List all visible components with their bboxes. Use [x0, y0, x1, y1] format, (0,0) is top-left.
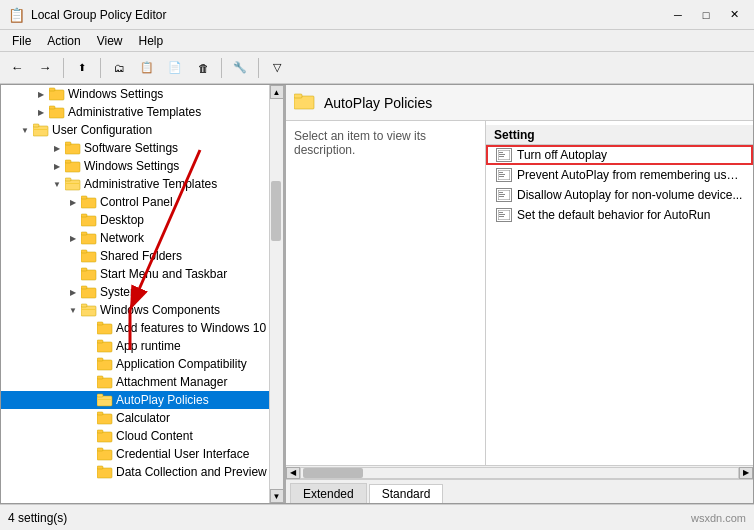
tree-item-win-settings-1[interactable]: ▶ Windows Settings: [1, 85, 283, 103]
svg-rect-22: [81, 270, 96, 280]
svg-rect-43: [97, 430, 103, 433]
tree-expander-win-settings-2[interactable]: ▶: [49, 158, 65, 174]
tree-item-start-menu[interactable]: Start Menu and Taskbar: [1, 265, 283, 283]
tree-label-network: Network: [100, 231, 144, 245]
tree-expander-app-runtime[interactable]: [81, 338, 97, 354]
show-hide-button[interactable]: 🗂: [106, 56, 132, 80]
svg-rect-21: [81, 250, 87, 253]
svg-rect-10: [65, 160, 71, 163]
tree-expander-cred-ui[interactable]: [81, 446, 97, 462]
tree-item-autoplay[interactable]: AutoPlay Policies: [1, 391, 283, 409]
setting-row-prevent-autoplay[interactable]: Prevent AutoPlay from remembering user..…: [486, 165, 753, 185]
svg-rect-1: [49, 88, 55, 91]
menu-view[interactable]: View: [89, 32, 131, 50]
tree-expander-win-components[interactable]: ▼: [65, 302, 81, 318]
folder-icon-attach-mgr: [97, 375, 113, 389]
tree-expander-network[interactable]: ▶: [65, 230, 81, 246]
svg-rect-63: [499, 212, 503, 213]
v-scrollbar[interactable]: ▲ ▼: [269, 85, 283, 503]
tree-expander-admin-templates-1[interactable]: ▶: [33, 104, 49, 120]
back-button[interactable]: ←: [4, 56, 30, 80]
tree-item-system[interactable]: ▶ System: [1, 283, 283, 301]
v-scrollbar-thumb[interactable]: [271, 181, 281, 241]
setting-row-disallow-autoplay[interactable]: Disallow Autoplay for non-volume device.…: [486, 185, 753, 205]
tree-item-data-collection[interactable]: Data Collection and Preview Buil...: [1, 463, 283, 481]
tree-item-user-config[interactable]: ▼ User Configuration: [1, 121, 283, 139]
tree-item-app-runtime[interactable]: App runtime: [1, 337, 283, 355]
tree-label-add-features: Add features to Windows 10: [116, 321, 266, 335]
menu-help[interactable]: Help: [131, 32, 172, 50]
tree-item-cloud-content[interactable]: Cloud Content: [1, 427, 283, 445]
tree-label-admin-templates-2: Administrative Templates: [84, 177, 217, 191]
tree-item-attach-mgr[interactable]: Attachment Manager: [1, 373, 283, 391]
filter-button[interactable]: ▽: [264, 56, 290, 80]
tree-expander-software-settings[interactable]: ▶: [49, 140, 65, 156]
tree-item-desktop[interactable]: Desktop: [1, 211, 283, 229]
tree-panel: ▶ Windows Settings▶ Administrative Templ…: [1, 85, 286, 503]
tree-expander-data-collection[interactable]: [81, 464, 97, 480]
paste-button[interactable]: 📄: [162, 56, 188, 80]
tree-expander-win-settings-1[interactable]: ▶: [33, 86, 49, 102]
scroll-left-button[interactable]: ◀: [286, 467, 300, 479]
tree-expander-control-panel[interactable]: ▶: [65, 194, 81, 210]
svg-rect-32: [97, 340, 103, 343]
menu-action[interactable]: Action: [39, 32, 88, 50]
forward-button[interactable]: →: [32, 56, 58, 80]
close-button[interactable]: ✕: [722, 5, 746, 25]
tree-item-admin-templates-2[interactable]: ▼ Administrative Templates: [1, 175, 283, 193]
svg-rect-41: [97, 412, 103, 415]
menu-file[interactable]: File: [4, 32, 39, 50]
tree-item-win-components[interactable]: ▼ Windows Components: [1, 301, 283, 319]
tree-expander-autoplay[interactable]: [81, 392, 97, 408]
settings-panel: Setting Turn off Autoplay Prevent AutoPl…: [486, 121, 753, 465]
tree-label-cred-ui: Credential User Interface: [116, 447, 249, 461]
tab-standard[interactable]: Standard: [369, 484, 444, 503]
delete-button[interactable]: 🗑: [190, 56, 216, 80]
tree-expander-system[interactable]: ▶: [65, 284, 81, 300]
app-icon: 📋: [8, 7, 25, 23]
setting-label-disallow-autoplay: Disallow Autoplay for non-volume device.…: [517, 188, 742, 202]
svg-rect-55: [499, 172, 503, 173]
setting-row-turn-off-autoplay[interactable]: Turn off Autoplay: [486, 145, 753, 165]
tree-expander-start-menu[interactable]: [65, 266, 81, 282]
scroll-right-button[interactable]: ▶: [739, 467, 753, 479]
up-button[interactable]: ⬆: [69, 56, 95, 80]
scroll-down-button[interactable]: ▼: [270, 489, 284, 503]
tree-expander-attach-mgr[interactable]: [81, 374, 97, 390]
scroll-up-button[interactable]: ▲: [270, 85, 284, 99]
svg-rect-56: [499, 174, 505, 175]
h-scrollbar-area[interactable]: ◀ ▶: [286, 465, 753, 479]
tree-item-shared-folders[interactable]: Shared Folders: [1, 247, 283, 265]
tree-label-autoplay: AutoPlay Policies: [116, 393, 209, 407]
tree-item-software-settings[interactable]: ▶ Software Settings: [1, 139, 283, 157]
tree-item-calculator[interactable]: Calculator: [1, 409, 283, 427]
settings-header-label: Setting: [494, 128, 535, 142]
tree-expander-calculator[interactable]: [81, 410, 97, 426]
tree-expander-admin-templates-2[interactable]: ▼: [49, 176, 65, 192]
tree-item-app-compat[interactable]: Application Compatibility: [1, 355, 283, 373]
svg-rect-65: [499, 216, 504, 217]
folder-icon-win-settings-2: [65, 159, 81, 173]
tree-expander-cloud-content[interactable]: [81, 428, 97, 444]
tree-expander-add-features[interactable]: [81, 320, 97, 336]
tree-item-control-panel[interactable]: ▶ Control Panel: [1, 193, 283, 211]
tree-expander-desktop[interactable]: [65, 212, 81, 228]
tree-item-win-settings-2[interactable]: ▶ Windows Settings: [1, 157, 283, 175]
properties-button[interactable]: 🔧: [227, 56, 253, 80]
maximize-button[interactable]: □: [694, 5, 718, 25]
tree-expander-app-compat[interactable]: [81, 356, 97, 372]
tree-item-admin-templates-1[interactable]: ▶ Administrative Templates: [1, 103, 283, 121]
tree-item-network[interactable]: ▶ Network: [1, 229, 283, 247]
setting-row-set-default[interactable]: Set the default behavior for AutoRun: [486, 205, 753, 225]
tree-label-calculator: Calculator: [116, 411, 170, 425]
minimize-button[interactable]: ─: [666, 5, 690, 25]
tree-expander-user-config[interactable]: ▼: [17, 122, 33, 138]
h-scrollbar-thumb[interactable]: [303, 468, 363, 478]
tree-item-cred-ui[interactable]: Credential User Interface: [1, 445, 283, 463]
tree-expander-shared-folders[interactable]: [65, 248, 81, 264]
svg-rect-46: [97, 468, 112, 478]
h-scrollbar-track[interactable]: [300, 467, 739, 479]
copy-button[interactable]: 📋: [134, 56, 160, 80]
tab-extended[interactable]: Extended: [290, 483, 367, 503]
tree-item-add-features[interactable]: Add features to Windows 10: [1, 319, 283, 337]
